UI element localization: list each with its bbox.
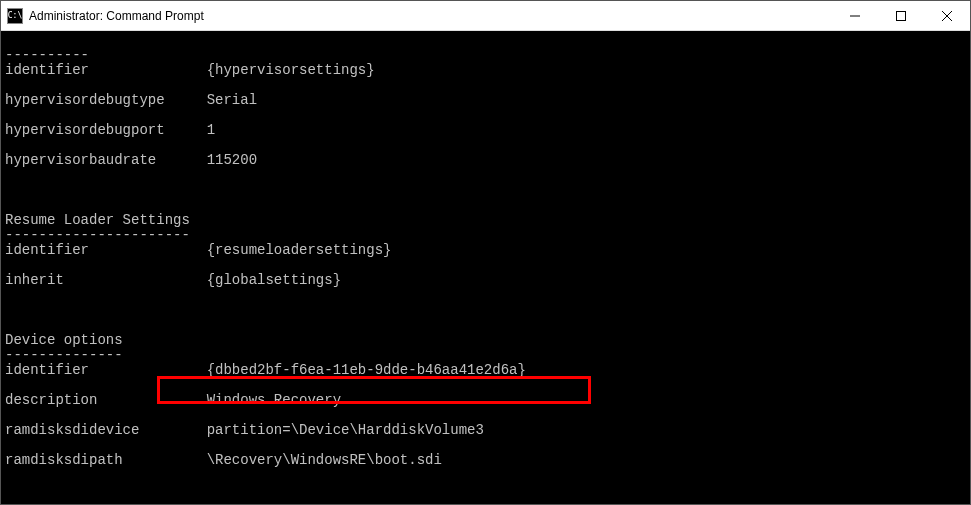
value-hypervisorbaudrate: 115200 xyxy=(207,152,257,168)
minimize-icon xyxy=(850,11,860,21)
maximize-icon xyxy=(896,11,906,21)
window-title: Administrator: Command Prompt xyxy=(29,9,832,23)
cmd-icon: C:\ xyxy=(7,8,23,24)
value-identifier: {dbbed2bf-f6ea-11eb-9dde-b46aa41e2d6a} xyxy=(207,362,526,378)
minimize-button[interactable] xyxy=(832,1,878,30)
value-hypervisordebugport: 1 xyxy=(207,122,215,138)
window-controls xyxy=(832,1,970,30)
svg-rect-1 xyxy=(897,11,906,20)
label-identifier: identifier xyxy=(5,63,207,78)
label-inherit: inherit xyxy=(5,273,207,288)
value-ramdisksdidevice: partition=\Device\HarddiskVolume3 xyxy=(207,422,484,438)
label-hypervisordebugtype: hypervisordebugtype xyxy=(5,93,207,108)
close-button[interactable] xyxy=(924,1,970,30)
value-description: Windows Recovery xyxy=(207,392,341,408)
dashes: ---------------------- xyxy=(5,227,190,243)
close-icon xyxy=(942,11,952,21)
section-title-device: Device options xyxy=(5,332,123,348)
command-prompt-window: C:\ Administrator: Command Prompt ------… xyxy=(0,0,971,505)
label-identifier: identifier xyxy=(5,243,207,258)
label-hypervisorbaudrate: hypervisorbaudrate xyxy=(5,153,207,168)
value-identifier: {resumeloadersettings} xyxy=(207,242,392,258)
value-ramdisksdipath: \Recovery\WindowsRE\boot.sdi xyxy=(207,452,442,468)
terminal-output[interactable]: ---------- identifier{hypervisorsettings… xyxy=(1,31,970,504)
label-description: description xyxy=(5,393,207,408)
maximize-button[interactable] xyxy=(878,1,924,30)
dashes: -------------- xyxy=(5,347,123,363)
label-ramdisksdipath: ramdisksdipath xyxy=(5,453,207,468)
label-identifier: identifier xyxy=(5,363,207,378)
label-hypervisordebugport: hypervisordebugport xyxy=(5,123,207,138)
titlebar[interactable]: C:\ Administrator: Command Prompt xyxy=(1,1,970,31)
value-hypervisordebugtype: Serial xyxy=(207,92,257,108)
label-ramdisksdidevice: ramdisksdidevice xyxy=(5,423,207,438)
section-title-resume: Resume Loader Settings xyxy=(5,212,190,228)
dashes: ---------- xyxy=(5,47,89,63)
value-inherit: {globalsettings} xyxy=(207,272,341,288)
value-identifier: {hypervisorsettings} xyxy=(207,62,375,78)
